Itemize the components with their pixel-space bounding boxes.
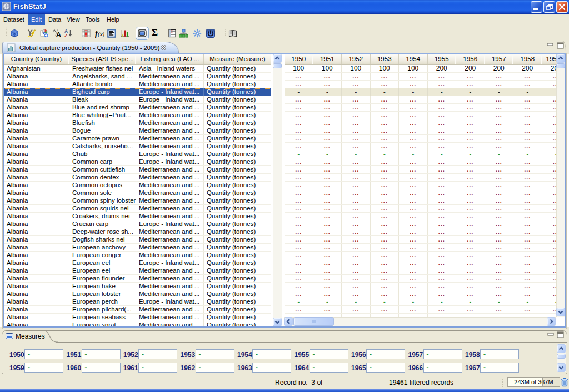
svg-text:Z: Z <box>64 33 67 38</box>
svg-text:(x): (x) <box>98 31 104 38</box>
svg-text:A: A <box>56 31 62 38</box>
